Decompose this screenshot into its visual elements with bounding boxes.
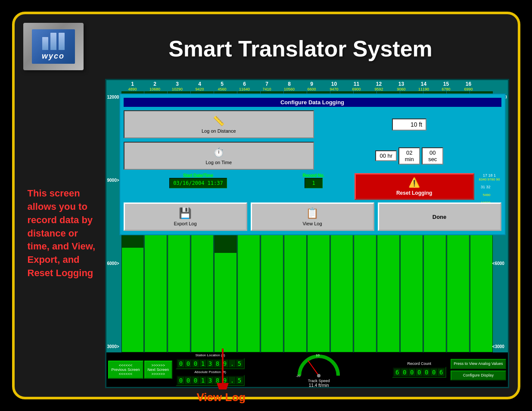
y-label-6000-left: 6000> bbox=[107, 261, 122, 266]
next-arrows-top: >>>>>> bbox=[148, 363, 169, 367]
svg-point-3 bbox=[317, 374, 320, 377]
col-num-5: 5 bbox=[211, 81, 233, 87]
view-log-icon: 📋 bbox=[306, 207, 319, 219]
rc-digit-3: 0 bbox=[408, 368, 415, 376]
y-label-6000-right: <6000 bbox=[492, 261, 507, 266]
previous-screen-button[interactable]: <<<<<< Previous Screen <<<<<< bbox=[108, 361, 143, 379]
logo-area: wyco bbox=[23, 23, 92, 75]
main-screen: 1 2 3 4 5 6 7 8 9 10 11 12 13 14 15 16 bbox=[105, 79, 509, 388]
record-count-display: 6 0 0 0 0 0 6 bbox=[392, 367, 446, 378]
svg-text:20: 20 bbox=[336, 378, 340, 379]
col-val-3: 10290 bbox=[166, 87, 189, 91]
time-input-area: 00 hr 02 min 00 sec bbox=[317, 147, 501, 165]
start-datetime-section: Start Date/Time 03/16/2004 11:37 bbox=[124, 173, 273, 200]
export-log-button[interactable]: 💾 Export Log bbox=[124, 202, 247, 231]
log-on-time-section[interactable]: ⏱️ Log on Time bbox=[124, 142, 314, 170]
view-log-arrow-annotation: View Log bbox=[205, 346, 240, 391]
col-num-4: 4 bbox=[189, 81, 211, 87]
outer-frame: wyco Smart Translator System This screen… bbox=[12, 12, 520, 399]
header-row: wyco Smart Translator System bbox=[23, 23, 509, 75]
bar-fill-1 bbox=[122, 248, 144, 352]
reset-logging-button[interactable]: ⚠️ Reset Logging bbox=[355, 173, 474, 200]
col-val-16: 6990 bbox=[457, 87, 480, 91]
seconds-input[interactable]: 00 sec bbox=[422, 147, 443, 165]
col-val-9: 6600 bbox=[301, 87, 323, 91]
view-log-annotation-label: View Log bbox=[197, 391, 246, 404]
speed-section: 0 10 20 -20 Track Speed 11.4 ft/min bbox=[249, 352, 389, 388]
press-to-view-label: Press to View Analog Values bbox=[454, 361, 503, 366]
col-val-11: 6900 bbox=[345, 87, 368, 91]
col-num-14: 14 bbox=[413, 81, 435, 87]
done-label: Done bbox=[432, 214, 447, 220]
col-val-15: 6780 bbox=[435, 87, 457, 91]
svg-text:0: 0 bbox=[297, 378, 299, 379]
col-num-10: 10 bbox=[323, 81, 345, 87]
title-area: Smart Translator System bbox=[92, 36, 509, 62]
col-num-1: 1 bbox=[121, 81, 144, 87]
done-button[interactable]: Done bbox=[378, 202, 501, 231]
logo-bar-3 bbox=[59, 33, 65, 50]
view-log-button[interactable]: 📋 View Log bbox=[251, 202, 374, 231]
next-screen-button[interactable]: >>>>>> Next Screen >>>>>> bbox=[144, 361, 173, 379]
configure-display-button[interactable]: Configure Display bbox=[451, 371, 506, 381]
rc-digit-2: 0 bbox=[401, 368, 408, 376]
distance-icon: 📏 bbox=[213, 115, 224, 127]
bar-fill-5 bbox=[215, 253, 236, 352]
record-no-section: Record No. 1 bbox=[276, 173, 351, 200]
right-buttons: Press to View Analog Values Configure Di… bbox=[451, 359, 506, 380]
distance-value-box[interactable]: 10 ft bbox=[392, 118, 426, 131]
col-val-1: 4890 bbox=[121, 87, 144, 91]
col-num-11: 11 bbox=[345, 81, 368, 87]
col-val-2: 10680 bbox=[144, 87, 166, 91]
datetime-record-row: Start Date/Time 03/16/2004 11:37 Record … bbox=[124, 173, 501, 200]
col-num-13: 13 bbox=[390, 81, 413, 87]
y-label-3000-left: 3000> bbox=[107, 344, 122, 349]
log-on-time-row: ⏱️ Log on Time 00 hr 02 min 00 sec bbox=[124, 142, 501, 170]
record-count-section: Record Count 6 0 0 0 0 0 6 bbox=[392, 361, 446, 378]
col-num-3: 3 bbox=[166, 81, 189, 87]
dialog-action-buttons: 💾 Export Log 📋 View Log Done bbox=[124, 202, 501, 231]
record-count-label: Record Count bbox=[407, 361, 431, 366]
configure-data-logging-dialog: Configure Data Logging 📏 Log on Distance… bbox=[119, 93, 506, 235]
record-no-label: Record No. bbox=[303, 173, 325, 178]
logo-bar-2 bbox=[50, 33, 56, 50]
col-val-5: 4560 bbox=[211, 87, 233, 91]
reset-logging-label: Reset Logging bbox=[396, 190, 432, 196]
press-to-view-analog-button[interactable]: Press to View Analog Values bbox=[451, 359, 506, 369]
log-on-distance-section[interactable]: 📏 Log on Distance bbox=[124, 110, 314, 138]
col-val-14: 11190 bbox=[413, 87, 435, 91]
minutes-input[interactable]: 02 min bbox=[398, 147, 420, 165]
speed-gauge-svg: 0 10 20 -20 bbox=[295, 352, 342, 379]
logo-concrete: wyco bbox=[23, 23, 84, 70]
col-val-8: 10560 bbox=[278, 87, 301, 91]
export-icon: 💾 bbox=[179, 207, 192, 219]
logo-inner: wyco bbox=[32, 29, 75, 64]
log-on-distance-label: Log on Distance bbox=[202, 128, 236, 134]
view-log-label: View Log bbox=[302, 221, 322, 226]
next-arrows-bottom: >>>>>> bbox=[148, 372, 169, 376]
nav-buttons: <<<<<< Previous Screen <<<<<< >>>>>> Nex… bbox=[108, 361, 173, 379]
col-val-4: 9420 bbox=[189, 87, 211, 91]
rc-digit-4: 0 bbox=[416, 368, 423, 376]
col-num-7: 7 bbox=[256, 81, 278, 87]
col-num-2: 2 bbox=[144, 81, 166, 87]
abs-digit-2: 0 bbox=[185, 377, 192, 384]
svg-line-2 bbox=[308, 361, 319, 376]
log-on-distance-row: 📏 Log on Distance 10 ft bbox=[124, 110, 501, 138]
start-datetime-value[interactable]: 03/16/2004 11:37 bbox=[169, 178, 227, 188]
view-log-arrow-svg bbox=[205, 346, 240, 389]
record-no-value[interactable]: 1 bbox=[305, 178, 322, 188]
rc-digit-5: 0 bbox=[423, 368, 430, 376]
export-log-label: Export Log bbox=[174, 221, 196, 226]
content-row: This screen allows you to record data by… bbox=[23, 79, 509, 388]
col-num-6: 6 bbox=[233, 81, 256, 87]
logo-bar-1 bbox=[42, 37, 48, 50]
logo-wyco-text: wyco bbox=[42, 52, 65, 61]
col-val-12: 9592 bbox=[368, 87, 390, 91]
station-digit-1: 0 bbox=[177, 360, 184, 367]
rc-digit-7: 6 bbox=[438, 368, 445, 376]
hours-input[interactable]: 00 hr bbox=[375, 150, 397, 161]
col-num-12: 12 bbox=[368, 81, 390, 87]
col-num-16: 16 bbox=[457, 81, 480, 87]
main-title: Smart Translator System bbox=[92, 36, 509, 62]
